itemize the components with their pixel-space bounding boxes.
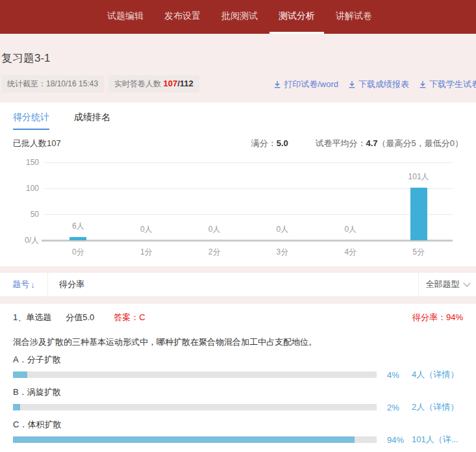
tab-publish-settings[interactable]: 发布设置	[155, 0, 210, 34]
option-bar-track	[13, 404, 377, 410]
chart-column: 0人	[181, 162, 249, 240]
stat-deadline: 统计截至：18/10/16 15:43	[1, 75, 104, 93]
chart-plot-area: 6人 0人 0人 0人 0人 101人	[44, 162, 453, 240]
x-tick: 0分	[44, 247, 112, 258]
question-score-rate: 得分率：94%	[412, 312, 463, 323]
respondents-label: 实时答卷人数	[114, 79, 163, 88]
question-table-header: 题号↓ 得分率 全部题型	[0, 273, 476, 296]
tab-explain-paper[interactable]: 讲解试卷	[327, 0, 381, 34]
sort-by-question-number[interactable]: 题号↓	[0, 273, 48, 296]
score-tabs: 得分统计 成绩排名	[13, 112, 463, 130]
option-count-details-link[interactable]: 2人（详情）	[412, 401, 458, 413]
sort-descending-icon: ↓	[31, 280, 35, 290]
question-answer: 答案：C	[114, 312, 145, 323]
summary-row: 已批人数107 满分：5.0 试卷平均分：4.7（最高分5，最低分0）	[13, 138, 463, 149]
chart-bar	[410, 188, 427, 240]
option-b-label: B．涡旋扩散	[13, 386, 463, 398]
question-type-filter[interactable]: 全部题型	[418, 273, 476, 296]
score-rate-column-label: 得分率	[48, 273, 418, 296]
download-student-papers-link[interactable]: 下载学生试卷	[419, 79, 476, 90]
chart-column: 0人	[248, 162, 316, 240]
download-report-link[interactable]: 下载成绩报表	[348, 79, 409, 90]
x-tick: 1分	[112, 247, 181, 258]
tab-score-ranking[interactable]: 成绩排名	[74, 112, 110, 130]
tab-score-statistics[interactable]: 得分统计	[13, 112, 49, 130]
chart-columns: 6人 0人 0人 0人 0人 101人	[44, 162, 453, 240]
bar-value-label: 0人	[344, 224, 357, 235]
print-paper-label: 打印试卷/word	[284, 79, 338, 90]
stats-row: 统计截至：18/10/16 15:43 实时答卷人数 107/112 打印试卷/…	[1, 75, 476, 93]
summary-right: 满分：5.0 试卷平均分：4.7（最高分5，最低分0）	[251, 138, 463, 149]
y-tick: 150	[13, 158, 39, 167]
print-paper-link[interactable]: 打印试卷/word	[273, 79, 338, 90]
bar-value-label: 101人	[408, 171, 429, 182]
download-icon	[273, 81, 281, 88]
score-stats-card: 得分统计 成绩排名 已批人数107 满分：5.0 试卷平均分：4.7（最高分5，…	[0, 103, 476, 266]
full-score: 满分：5.0	[251, 138, 288, 148]
y-tick: 100	[13, 184, 39, 193]
bar-value-label: 6人	[72, 221, 84, 232]
download-icon	[419, 81, 427, 88]
chevron-down-icon	[463, 279, 470, 286]
option-percent: 4%	[387, 370, 410, 380]
option-percent: 94%	[387, 435, 410, 445]
x-tick: 3分	[248, 247, 316, 258]
option-b-stats: 2% 2人（详情）	[13, 401, 463, 413]
chart-column: 0人	[112, 162, 181, 240]
option-b: B．涡旋扩散 2% 2人（详情）	[13, 386, 463, 413]
score-distribution-chart: 150 100 50 0/人 6人 0人 0人 0人 0人 101人 0分 1分…	[13, 158, 463, 260]
download-icon	[348, 81, 356, 88]
question-score: 分值5.0	[66, 312, 94, 323]
option-percent: 2%	[387, 403, 410, 412]
chart-column: 101人	[384, 162, 453, 240]
header-section: 复习题3-1 统计截至：18/10/16 15:43 实时答卷人数 107/11…	[0, 34, 476, 103]
y-tick: 50	[13, 210, 39, 219]
option-count-details-link[interactable]: 101人（详...	[412, 434, 458, 446]
option-a-stats: 4% 4人（详情）	[13, 369, 463, 381]
question-text: 混合涉及扩散的三种基本运动形式中，哪种扩散在聚合物混合加工中占支配地位。	[13, 336, 463, 348]
question-header: 1、单选题 分值5.0 答案：C 得分率：94%	[13, 312, 463, 323]
download-student-papers-label: 下载学生试卷	[429, 79, 476, 90]
option-bar-fill	[13, 404, 20, 410]
option-a-label: A．分子扩散	[13, 354, 463, 366]
stat-respondents: 实时答卷人数 107/112	[108, 75, 199, 93]
x-tick: 2分	[181, 247, 249, 258]
x-tick: 4分	[316, 247, 384, 258]
option-bar-track	[13, 371, 377, 378]
x-tick: 5分	[384, 247, 453, 258]
question-number-column-label: 题号	[12, 279, 29, 290]
header-links: 打印试卷/word 下载成绩报表 下载学生试卷	[273, 79, 476, 90]
respondents-current: 107	[163, 79, 177, 88]
option-count-details-link[interactable]: 4人（详情）	[412, 369, 458, 381]
page-title: 复习题3-1	[1, 34, 476, 66]
question-index-type: 1、单选题	[13, 312, 51, 323]
average-score: 试卷平均分：4.7（最高分5，最低分0）	[315, 138, 463, 148]
chart-column: 6人	[44, 162, 112, 240]
respondents-total: /112	[177, 79, 194, 88]
tab-question-edit[interactable]: 试题编辑	[98, 0, 153, 34]
bar-value-label: 0人	[208, 224, 221, 235]
y-tick: 0/人	[13, 235, 39, 246]
bar-value-label: 0人	[140, 224, 153, 235]
option-c-label: C．体积扩散	[13, 419, 463, 431]
option-bar-track	[13, 436, 377, 443]
bar-value-label: 0人	[277, 224, 289, 235]
tab-review-test[interactable]: 批阅测试	[212, 0, 267, 34]
option-a: A．分子扩散 4% 4人（详情）	[13, 354, 463, 381]
graded-count: 已批人数107	[13, 138, 61, 149]
question-card: 1、单选题 分值5.0 答案：C 得分率：94% 混合涉及扩散的三种基本运动形式…	[0, 304, 476, 452]
chart-bar	[69, 237, 86, 240]
option-bar-fill	[13, 371, 27, 378]
tab-test-analysis[interactable]: 测试分析	[269, 0, 324, 34]
top-navbar: 试题编辑 发布设置 批阅测试 测试分析 讲解试卷	[0, 0, 476, 34]
chart-column: 0人	[316, 162, 384, 240]
x-axis-labels: 0分 1分 2分 3分 4分 5分	[44, 247, 453, 258]
option-c-stats: 94% 101人（详...	[13, 434, 463, 446]
filter-label: 全部题型	[426, 279, 460, 290]
option-bar-fill	[13, 436, 355, 443]
download-report-label: 下载成绩报表	[358, 79, 409, 90]
option-c: C．体积扩散 94% 101人（详...	[13, 419, 463, 446]
